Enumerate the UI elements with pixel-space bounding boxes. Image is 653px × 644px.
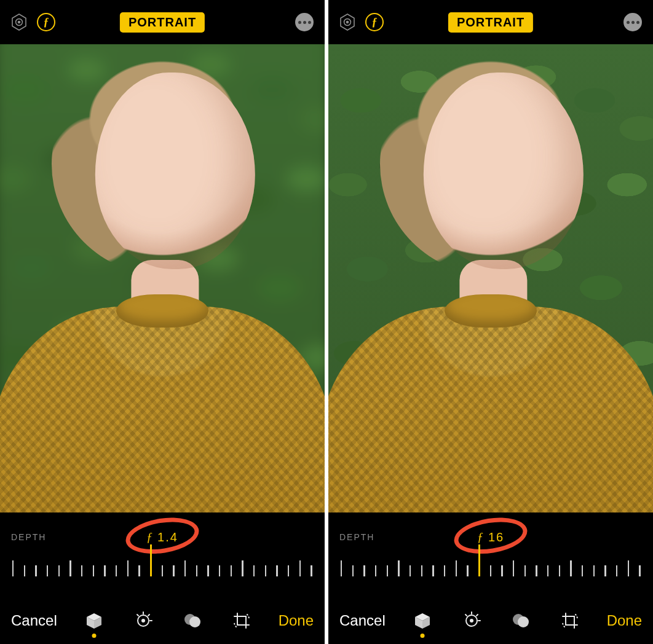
slider-ticks: [11, 554, 314, 576]
portrait-mode-badge[interactable]: PORTRAIT: [448, 12, 533, 33]
bottom-toolbar: Cancel Done: [328, 605, 653, 644]
slider-marker[interactable]: [478, 544, 480, 576]
hexagon-icon[interactable]: [10, 13, 28, 31]
done-button[interactable]: Done: [607, 612, 642, 629]
depth-slider[interactable]: [339, 554, 642, 597]
bottom-toolbar: Cancel Done: [0, 605, 325, 644]
adjust-dial-icon[interactable]: [132, 610, 154, 632]
cancel-button[interactable]: Cancel: [11, 612, 57, 629]
aperture-readout: ƒ1.4: [146, 530, 178, 544]
done-button[interactable]: Done: [279, 612, 314, 629]
svg-point-21: [470, 619, 473, 622]
depth-controls: DEPTH ƒ16: [328, 512, 653, 605]
portrait-mode-badge[interactable]: PORTRAIT: [120, 12, 205, 33]
svg-point-2: [18, 21, 21, 24]
svg-point-7: [141, 619, 145, 622]
phone-screen-left: ƒ PORTRAIT DEPTH ƒ1.4: [0, 0, 325, 644]
slider-marker[interactable]: [150, 544, 151, 576]
aperture-readout: ƒ16: [477, 530, 504, 544]
cube-icon[interactable]: [83, 610, 105, 632]
svg-point-27: [518, 616, 529, 627]
svg-line-23: [477, 615, 478, 616]
svg-line-25: [465, 615, 467, 616]
crop-rotate-icon[interactable]: [231, 610, 253, 632]
filters-icon[interactable]: [181, 610, 204, 632]
comparison-wrap: ƒ PORTRAIT DEPTH ƒ1.4: [0, 0, 653, 644]
active-tool-dot: [420, 634, 424, 638]
depth-controls: DEPTH ƒ1.4: [0, 512, 325, 605]
filters-icon[interactable]: [510, 610, 532, 632]
cube-icon[interactable]: [411, 610, 433, 632]
svg-line-9: [148, 615, 149, 616]
f-stop-icon[interactable]: ƒ: [365, 13, 384, 31]
svg-point-13: [189, 616, 200, 627]
depth-slider[interactable]: [11, 554, 314, 597]
adjust-dial-icon[interactable]: [461, 610, 483, 632]
photo-preview[interactable]: [328, 44, 653, 512]
more-icon[interactable]: [623, 13, 642, 31]
svg-line-11: [137, 615, 138, 616]
svg-point-16: [346, 21, 349, 24]
photo-preview[interactable]: [0, 44, 325, 512]
active-tool-dot: [92, 634, 96, 638]
slider-ticks: [339, 554, 642, 576]
more-icon[interactable]: [295, 13, 314, 31]
cancel-button[interactable]: Cancel: [339, 612, 386, 629]
phone-screen-right: ƒ PORTRAIT DEPTH ƒ16: [328, 0, 653, 644]
crop-rotate-icon[interactable]: [559, 610, 581, 632]
depth-label: DEPTH: [11, 532, 46, 542]
f-stop-icon[interactable]: ƒ: [37, 13, 55, 31]
depth-label: DEPTH: [339, 532, 374, 542]
hexagon-icon[interactable]: [338, 13, 357, 31]
top-bar: ƒ PORTRAIT: [0, 0, 325, 44]
top-bar: ƒ PORTRAIT: [328, 0, 653, 44]
